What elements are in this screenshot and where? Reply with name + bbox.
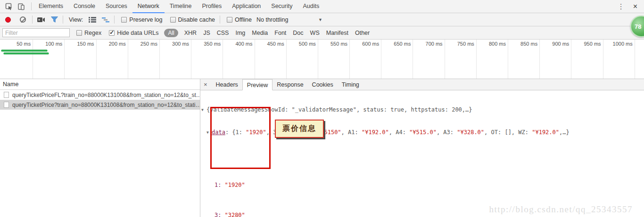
filter-type[interactable]: CSS bbox=[214, 30, 232, 36]
request-name: queryTicketPriceFL?train_no=88000K131008… bbox=[12, 92, 200, 98]
ruler-tick: 250 ms bbox=[128, 40, 160, 79]
main-tab[interactable]: Network bbox=[132, 0, 165, 13]
preserve-log-checkbox[interactable] bbox=[121, 17, 127, 23]
detail-tab[interactable]: Cookies bbox=[308, 79, 338, 90]
ruler-tick: 700 ms bbox=[413, 40, 445, 79]
devtools-tabbar: Elements Console Sources Network Timelin… bbox=[0, 0, 644, 13]
json-property-row[interactable]: 1:"1920" bbox=[200, 181, 644, 189]
filter-type[interactable]: JS bbox=[200, 30, 214, 36]
divider bbox=[114, 16, 115, 24]
ruler-tick: 150 ms bbox=[65, 40, 96, 79]
ruler-tick: 300 ms bbox=[160, 40, 191, 79]
ruler-tick: 800 ms bbox=[477, 40, 508, 79]
main-tab[interactable]: Application bbox=[227, 0, 266, 13]
ruler-tick-label: 300 ms bbox=[160, 40, 191, 47]
waterfall-view-icon[interactable] bbox=[100, 14, 111, 25]
json-data-summary: data: {1: "1920", 3: "3280", 4: "5150", … bbox=[212, 129, 570, 136]
disclosure-triangle-icon[interactable]: ▼ bbox=[206, 129, 212, 137]
close-devtools-icon[interactable]: × bbox=[630, 2, 644, 11]
screenshot-camera-icon[interactable] bbox=[35, 14, 47, 25]
waterfall-bar[interactable] bbox=[1, 50, 47, 51]
main-tab[interactable]: Console bbox=[68, 0, 100, 13]
ruler-tick-label: 900 ms bbox=[540, 40, 571, 47]
detail-tab[interactable]: Response bbox=[272, 79, 307, 90]
json-segment: "¥192.0" bbox=[362, 129, 389, 136]
detail-tab[interactable]: Headers bbox=[212, 79, 242, 90]
list-view-icon[interactable] bbox=[87, 14, 98, 25]
ruler-tick-label: 650 ms bbox=[381, 40, 413, 47]
main-tabs: Elements Console Sources Network Timelin… bbox=[33, 0, 324, 13]
regex-label[interactable]: Regex bbox=[84, 30, 101, 36]
detail-tab[interactable]: Timing bbox=[338, 79, 363, 90]
name-column-header[interactable]: Name bbox=[0, 79, 200, 90]
regex-checkbox[interactable] bbox=[76, 30, 82, 36]
main-tab[interactable]: Timeline bbox=[165, 0, 197, 13]
ruler-tick-label: 50 ms bbox=[1, 40, 33, 47]
inspect-element-icon[interactable] bbox=[3, 1, 15, 12]
main-tab[interactable]: Elements bbox=[33, 0, 68, 13]
record-button[interactable] bbox=[5, 17, 11, 23]
main-tab[interactable]: Audits bbox=[297, 0, 324, 13]
timeline-ruler: 50 ms 100 ms 150 ms 200 ms 250 ms 300 ms… bbox=[0, 40, 644, 79]
close-detail-icon[interactable]: × bbox=[200, 81, 212, 88]
filter-type[interactable]: Img bbox=[232, 30, 248, 36]
request-row[interactable]: queryTicketPriceFL?train_no=88000K131008… bbox=[0, 90, 200, 100]
main-tab[interactable]: Sources bbox=[100, 0, 132, 13]
ruler-tick: 450 ms bbox=[255, 40, 287, 79]
network-main: Name queryTicketPriceFL?train_no=88000K1… bbox=[0, 79, 644, 217]
json-key: 1: bbox=[215, 182, 221, 188]
request-list-panel: Name queryTicketPriceFL?train_no=88000K1… bbox=[0, 79, 200, 217]
ruler-tick: 550 ms bbox=[318, 40, 350, 79]
filter-type-all[interactable]: All bbox=[164, 29, 178, 37]
filter-type[interactable]: Doc bbox=[289, 30, 306, 36]
filter-type[interactable]: XHR bbox=[181, 30, 200, 36]
json-segment: "¥328.0" bbox=[457, 129, 484, 136]
network-toolbar: View: Preserve log Disable cache Offline… bbox=[0, 13, 644, 26]
filter-type[interactable]: Manifest bbox=[323, 30, 352, 36]
filter-type[interactable]: WS bbox=[307, 30, 323, 36]
request-detail-panel: × Headers Preview Response Cookies Timin… bbox=[200, 79, 644, 217]
disable-cache-checkbox[interactable] bbox=[170, 17, 176, 23]
filter-type[interactable]: Font bbox=[271, 30, 289, 36]
ruler-tick-label: 700 ms bbox=[413, 40, 444, 47]
disclosure-triangle-icon[interactable]: ▼ bbox=[201, 106, 206, 114]
hide-data-urls-checkbox[interactable] bbox=[109, 30, 115, 36]
ruler-tick-label: 450 ms bbox=[255, 40, 286, 47]
json-root-line[interactable]: ▼{validateMessagesShowId: "_validatorMes… bbox=[200, 106, 644, 113]
json-data-line[interactable]: ▼data: {1: "1920", 3: "3280", 4: "5150",… bbox=[200, 129, 644, 136]
divider bbox=[220, 16, 220, 24]
request-row[interactable]: queryTicketPrice?train_no=88000K131008&f… bbox=[0, 100, 200, 110]
ruler-tick: 350 ms bbox=[191, 40, 223, 79]
network-filter-bar: Regex Hide data URLs All XHR JS CSS Img … bbox=[0, 26, 644, 40]
filter-types: XHR JS CSS Img Media Font Doc WS Manifes… bbox=[181, 30, 373, 36]
kebab-menu-icon[interactable]: ⋮ bbox=[612, 2, 630, 11]
clear-icon[interactable] bbox=[20, 16, 26, 23]
divider bbox=[63, 16, 63, 24]
offline-checkbox[interactable] bbox=[227, 17, 232, 23]
detail-tab[interactable]: Preview bbox=[242, 79, 272, 90]
main-tab[interactable]: Security bbox=[266, 0, 297, 13]
device-toolbar-icon[interactable] bbox=[15, 1, 27, 12]
ruler-tick: 950 ms bbox=[571, 40, 603, 79]
ruler-tick: 500 ms bbox=[287, 40, 318, 79]
main-tab[interactable]: Profiles bbox=[197, 0, 227, 13]
filter-type[interactable]: Other bbox=[352, 30, 373, 36]
ruler-tick-label: 250 ms bbox=[128, 40, 159, 47]
filter-type[interactable]: Media bbox=[248, 30, 271, 36]
devtools-window: Elements Console Sources Network Timelin… bbox=[0, 0, 644, 217]
throttling-select[interactable]: No throttling ▼ bbox=[256, 16, 326, 23]
price-annotation-label: 票价信息 bbox=[275, 120, 324, 138]
ruler-tick-label: 1000 ms bbox=[603, 40, 635, 47]
json-preview: ▼{validateMessagesShowId: "_validatorMes… bbox=[200, 90, 644, 217]
hide-data-urls-label[interactable]: Hide data URLs bbox=[117, 30, 158, 36]
filter-input[interactable] bbox=[2, 28, 70, 37]
json-segment: ,…} bbox=[559, 129, 570, 136]
preserve-log-label[interactable]: Preserve log bbox=[129, 16, 162, 23]
disable-cache-label[interactable]: Disable cache bbox=[178, 16, 215, 23]
json-segment: "1920" bbox=[246, 129, 266, 136]
offline-label[interactable]: Offline bbox=[235, 16, 252, 23]
json-segment: : {1: bbox=[225, 129, 246, 136]
waterfall-bar[interactable] bbox=[4, 53, 49, 54]
ruler-tick: 100 ms bbox=[33, 40, 65, 79]
filter-funnel-icon[interactable] bbox=[49, 14, 60, 25]
